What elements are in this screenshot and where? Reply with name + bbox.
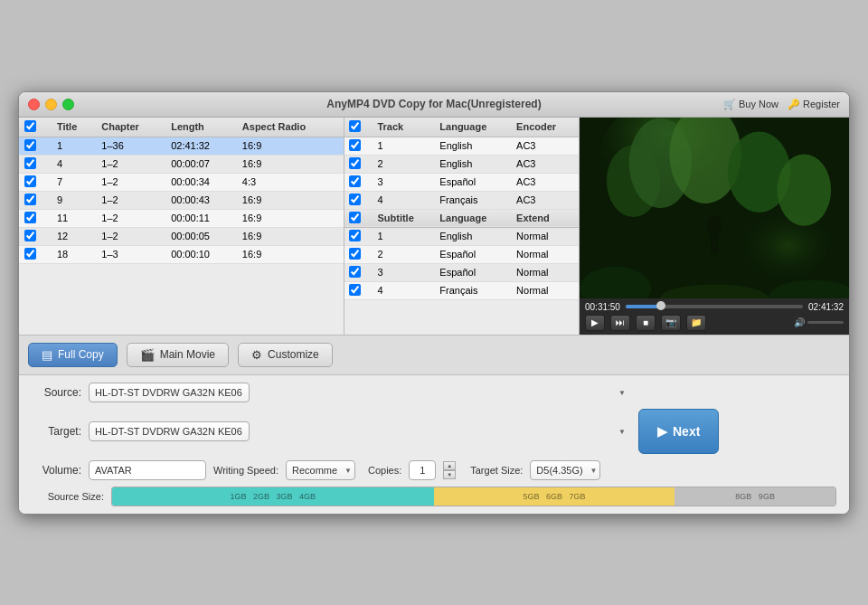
subtitle-row[interactable]: 1 English Normal bbox=[344, 227, 579, 245]
volume-label: Volume: bbox=[32, 464, 81, 477]
title-row[interactable]: 11 1–2 00:00:11 16:9 bbox=[19, 209, 344, 227]
writing-speed-select[interactable]: Recomme bbox=[286, 460, 355, 480]
writing-speed-label: Writing Speed: bbox=[213, 465, 278, 476]
copies-input[interactable] bbox=[409, 460, 436, 480]
title-checkbox[interactable] bbox=[24, 194, 36, 205]
maximize-button[interactable] bbox=[62, 99, 74, 110]
sub-extend-cell: Normal bbox=[512, 263, 579, 281]
btn-row: ▶ ⏭ ■ 📷 📁 🔊 bbox=[585, 315, 844, 331]
target-size-select[interactable]: D5(4.35G) bbox=[530, 460, 600, 480]
track-check-cell bbox=[344, 191, 373, 209]
folder-button[interactable]: 📁 bbox=[686, 315, 706, 331]
track-encoder-cell: AC3 bbox=[512, 137, 579, 155]
title-check-cell bbox=[19, 173, 52, 191]
title-aspect-cell: 4:3 bbox=[237, 173, 344, 191]
track-row[interactable]: 3 Español AC3 bbox=[344, 173, 579, 191]
track-row[interactable]: 1 English AC3 bbox=[344, 137, 579, 155]
track-checkbox[interactable] bbox=[349, 157, 361, 169]
title-length-cell: 00:00:10 bbox=[165, 245, 237, 263]
close-button[interactable] bbox=[28, 99, 40, 110]
title-checkbox[interactable] bbox=[24, 230, 36, 241]
sub-num-cell: 3 bbox=[373, 263, 435, 281]
title-chapter-cell: 1–2 bbox=[96, 155, 165, 173]
title-checkbox[interactable] bbox=[24, 175, 36, 187]
select-all-tracks[interactable] bbox=[349, 120, 361, 132]
track-language-cell: Français bbox=[435, 191, 512, 209]
title-length-cell: 00:00:05 bbox=[165, 227, 237, 245]
title-checkbox[interactable] bbox=[24, 139, 36, 151]
next-button[interactable]: ▶ Next bbox=[638, 409, 719, 454]
track-num-cell: 2 bbox=[373, 155, 435, 173]
volume-input[interactable] bbox=[89, 460, 206, 480]
title-chapter-cell: 1–2 bbox=[96, 191, 165, 209]
select-all-subtitles[interactable] bbox=[349, 212, 361, 223]
window-title: AnyMP4 DVD Copy for Mac(Unregistered) bbox=[326, 98, 541, 110]
register-button[interactable]: 🔑 Register bbox=[788, 99, 840, 110]
customize-button[interactable]: ⚙ Customize bbox=[238, 343, 333, 367]
source-select[interactable]: HL-DT-ST DVDRW GA32N KE06 bbox=[89, 383, 250, 402]
source-row: Source: HL-DT-ST DVDRW GA32N KE06 bbox=[32, 383, 836, 402]
subtitle-checkbox[interactable] bbox=[349, 248, 361, 260]
subtitle-row[interactable]: 2 Español Normal bbox=[344, 245, 579, 263]
title-aspect-cell: 16:9 bbox=[237, 227, 344, 245]
next-arrow-icon: ▶ bbox=[657, 424, 667, 439]
content-area: Title Chapter Length Aspect Radio 1 1–36… bbox=[19, 118, 849, 514]
sub-num-cell: 2 bbox=[373, 245, 435, 263]
source-label: Source: bbox=[32, 386, 81, 399]
title-aspect-cell: 16:9 bbox=[237, 155, 344, 173]
title-row[interactable]: 1 1–36 02:41:32 16:9 bbox=[19, 137, 344, 155]
title-row[interactable]: 9 1–2 00:00:43 16:9 bbox=[19, 191, 344, 209]
title-length-cell: 00:00:43 bbox=[165, 191, 237, 209]
select-all-titles[interactable] bbox=[24, 120, 36, 132]
title-checkbox[interactable] bbox=[24, 248, 36, 260]
volume-icon: 🔊 bbox=[794, 317, 805, 327]
track-row[interactable]: 2 English AC3 bbox=[344, 155, 579, 173]
title-row[interactable]: 4 1–2 00:00:07 16:9 bbox=[19, 155, 344, 173]
title-row[interactable]: 7 1–2 00:00:34 4:3 bbox=[19, 173, 344, 191]
target-size-label: Target Size: bbox=[470, 465, 523, 476]
svg-point-7 bbox=[778, 154, 832, 225]
source-select-wrapper: HL-DT-ST DVDRW GA32N KE06 bbox=[89, 383, 631, 402]
copies-down-button[interactable]: ▼ bbox=[443, 470, 456, 479]
title-aspect-cell: 16:9 bbox=[237, 245, 344, 263]
subtitle-row[interactable]: 4 Français Normal bbox=[344, 281, 579, 299]
target-select-wrapper: HL-DT-ST DVDRW GA32N KE06 bbox=[89, 421, 631, 441]
title-checkbox[interactable] bbox=[24, 212, 36, 223]
play-button[interactable]: ▶ bbox=[585, 315, 605, 331]
title-checkbox[interactable] bbox=[24, 157, 36, 169]
volume-row: Volume: Writing Speed: Recomme Copies: ▲… bbox=[32, 460, 836, 480]
track-checkbox[interactable] bbox=[349, 175, 361, 187]
track-encoder-cell: AC3 bbox=[512, 173, 579, 191]
fast-forward-button[interactable]: ⏭ bbox=[610, 315, 630, 331]
title-row[interactable]: 18 1–3 00:00:10 16:9 bbox=[19, 245, 344, 263]
title-row[interactable]: 12 1–2 00:00:05 16:9 bbox=[19, 227, 344, 245]
buy-now-button[interactable]: 🛒 Buy Now bbox=[723, 99, 778, 110]
track-checkbox[interactable] bbox=[349, 194, 361, 205]
subtitle-row[interactable]: 3 Español Normal bbox=[344, 263, 579, 281]
time-row: 00:31:50 02:41:32 bbox=[585, 302, 844, 312]
minimize-button[interactable] bbox=[45, 99, 57, 110]
main-movie-button[interactable]: 🎬 Main Movie bbox=[127, 343, 229, 367]
seek-slider[interactable] bbox=[626, 305, 803, 308]
subtitle-checkbox[interactable] bbox=[349, 230, 361, 241]
sub-language-cell: Español bbox=[435, 263, 512, 281]
track-checkbox[interactable] bbox=[349, 139, 361, 151]
video-frame bbox=[580, 118, 849, 298]
main-movie-icon: 🎬 bbox=[140, 348, 155, 362]
volume-slider[interactable] bbox=[807, 321, 844, 324]
target-row: Target: HL-DT-ST DVDRW GA32N KE06 ▶ Next bbox=[32, 409, 836, 454]
traffic-lights bbox=[28, 99, 74, 110]
full-copy-button[interactable]: ▤ Full Copy bbox=[28, 343, 118, 367]
title-num-cell: 12 bbox=[52, 227, 96, 245]
track-row[interactable]: 4 Français AC3 bbox=[344, 191, 579, 209]
subtitle-checkbox[interactable] bbox=[349, 284, 361, 296]
title-num-cell: 11 bbox=[52, 209, 96, 227]
full-copy-icon: ▤ bbox=[42, 348, 52, 362]
screenshot-button[interactable]: 📷 bbox=[661, 315, 681, 331]
copies-up-button[interactable]: ▲ bbox=[443, 461, 456, 470]
target-select[interactable]: HL-DT-ST DVDRW GA32N KE06 bbox=[89, 421, 250, 441]
title-check-cell bbox=[19, 209, 52, 227]
title-check-cell bbox=[19, 245, 52, 263]
subtitle-checkbox[interactable] bbox=[349, 266, 361, 278]
stop-button[interactable]: ■ bbox=[636, 315, 656, 331]
